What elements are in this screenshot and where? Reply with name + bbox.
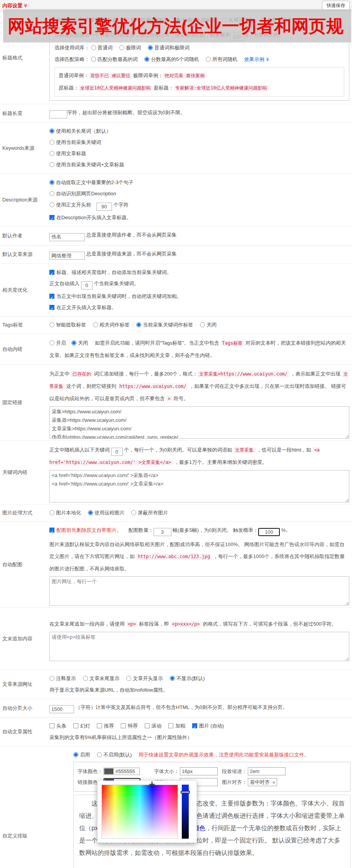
radio-innerlink-off[interactable]: 关闭	[71, 340, 88, 346]
radio-layout-disable[interactable]: 不启用(默认)	[97, 752, 132, 758]
radio-innerlink-on[interactable]: 开启	[49, 340, 66, 346]
radio-icon	[49, 340, 54, 345]
checkbox-attr-image[interactable]: 图片 (自动)	[192, 723, 224, 729]
radio-lexicon-normal[interactable]: 普通词	[91, 45, 113, 51]
indent-input[interactable]	[248, 767, 286, 775]
radio-image-localize[interactable]: 图片本地化	[49, 510, 81, 516]
checkbox-icon-checked	[49, 528, 54, 533]
image-probability-input[interactable]	[258, 528, 280, 536]
row-label-title-length: 标题长度	[0, 110, 49, 117]
article-attrs-note: 采集到的文章有5%机率获得以上所选属性之一（图片属性除外）	[49, 733, 349, 742]
checkbox-attr-headline[interactable]: 头条	[49, 723, 66, 729]
lexicon-line: 选择使用词库： 普通词 极限词 普通词和极限词	[54, 43, 344, 52]
saturation-gradient-area[interactable]	[102, 785, 178, 839]
tags-code-chip: Tags标签	[220, 340, 244, 346]
custom-layout-toggle: 启用 不启用(默认) 用于快速设置文章的外观显示效果，注意使用此功能需安装最新版…	[73, 750, 350, 760]
radio-srcurl-end[interactable]: 文章末尾显示	[83, 675, 120, 681]
checkbox-relevance-add-keyword[interactable]: 标题、描述相关度低时，自动添加当前采集关键词。	[49, 269, 172, 275]
brightness-slider[interactable]	[182, 785, 189, 839]
keyword-insert-count-input[interactable]	[111, 448, 123, 456]
radio-icon-selected	[73, 752, 78, 757]
checkbox-attr-scroll[interactable]: 滚动	[145, 723, 162, 729]
radio-image-remote[interactable]: 使用远程图片	[88, 510, 125, 516]
font-size-input[interactable]	[180, 767, 218, 775]
image-urls-textarea[interactable]	[49, 576, 349, 606]
radio-icon	[91, 57, 96, 62]
radio-strategy-top5-random[interactable]: 分数最高的5个词随机	[144, 56, 199, 62]
row-label-author: 默认作者	[0, 232, 49, 239]
radio-srcurl-start[interactable]: 文章开头显示	[126, 675, 163, 681]
radio-lexicon-extreme[interactable]: 极限词	[119, 45, 141, 51]
checkbox-attr-special[interactable]: 特荐	[121, 723, 138, 729]
checkbox-icon-checked	[49, 270, 54, 275]
fixed-links-desc: 为正文中 已存在的 词汇添加链接，每行一个，最多200个，格式：文章采集>htt…	[49, 368, 349, 405]
append-content-textarea[interactable]	[49, 632, 349, 661]
radio-tags-related[interactable]: 相关词作标签	[93, 322, 130, 328]
checkbox-icon	[49, 723, 54, 728]
original-title-example: 全球近10亿人受精神健康问题影响	[79, 85, 152, 91]
row-keywords-source: Keywords来源 使用相关长尾词（默认） 使用当前采集关键词 使用文章标题 …	[0, 123, 352, 174]
default-source-input[interactable]	[49, 252, 85, 260]
radio-icon-selected	[170, 676, 175, 681]
section-title[interactable]: 内容设置≫	[2, 2, 27, 9]
checkbox-attr-bold[interactable]: 加粗	[168, 723, 185, 729]
row-tags: Tags标签 智能提取标签 相关词作标签 当前采集关键词作标签 关闭	[0, 316, 352, 334]
radio-kw-current[interactable]: 使用当前采集关键词	[49, 139, 101, 145]
desc-chars-input[interactable]	[96, 203, 112, 211]
row-article-attrs: 自动文章属性 头条 幻灯 推荐 特荐 滚动 加粗 图片 (自动) 采集到的文章有…	[0, 717, 352, 746]
checkbox-relevance-bold-keyword[interactable]: 当正文中出现当前采集关键词时，自动把该关键词加粗。	[49, 293, 182, 299]
row-default-author: 默认作者 总是直接使用该作者，而不会从网页采集	[0, 227, 352, 245]
checkbox-remove-original-images[interactable]: 配图前先删除原文自带图片。	[49, 527, 122, 533]
append-desc: 在文章末尾追加一段内容，请使用 <p> 标签段落，即 <p>xxx</p> 的格…	[49, 618, 349, 630]
radio-kw-article-title[interactable]: 使用文章标题	[49, 151, 86, 156]
color-picker-popup: +	[97, 780, 197, 843]
radio-kw-longtail[interactable]: 使用相关长尾词（默认）	[49, 128, 111, 134]
font-color-picker[interactable]: #555555	[103, 768, 140, 775]
keyword-innerlink-textarea[interactable]: <a href='https://www.ucaiyun.com/' >采集器<…	[49, 470, 349, 503]
pagination-size-input[interactable]	[49, 705, 74, 713]
radio-strategy-all-random[interactable]: 所有词随机	[206, 56, 237, 62]
image-count-input[interactable]	[154, 528, 171, 536]
fixed-links-textarea[interactable]: 采集>https://www.ucaiyun.com/ 采集器>https://…	[49, 406, 349, 439]
keyword-innerlink-desc: 正文中随机插入以下关键词 个，每行一个，为0则关闭。可以是单独的词语如 文章采集…	[49, 444, 349, 469]
slider-handle[interactable]	[181, 791, 190, 794]
row-auto-innerlink: 自动内链 开启关闭 如需开启此功能，请同时开启“Tags标签”。当正文中包含 T…	[0, 334, 352, 365]
radio-icon	[119, 45, 124, 50]
checkbox-relevance-insert-title[interactable]: 在正文开头插入文章标题。	[49, 305, 117, 310]
effect-example-link[interactable]: 效果示例≫	[244, 56, 269, 62]
image-align-select[interactable]: 居中对齐∨	[248, 778, 277, 786]
radio-icon	[97, 752, 102, 757]
source-url-note: 用于显示文章的采集来源URL，自动加nofollow属性。	[49, 685, 349, 695]
radio-srcurl-comment[interactable]: 注释显示	[49, 675, 76, 681]
checkbox-icon	[73, 723, 78, 728]
radio-strategy-highest[interactable]: 匹配分数最高的词	[91, 56, 138, 62]
radio-icon	[49, 191, 54, 196]
example-box: 普通词举例：震惊不已 难以置信 极限词举例：绝对完美 最佳案例 原标题：全球近1…	[54, 67, 344, 96]
relevance-insert-count-input[interactable]	[81, 281, 93, 289]
radio-tags-current-keyword[interactable]: 当前采集关键词作标签	[136, 322, 193, 328]
radio-icon	[83, 676, 88, 681]
radio-tags-smart[interactable]: 智能提取标签	[49, 322, 86, 328]
radio-desc-original[interactable]: 自动识别原网页Description	[49, 191, 116, 196]
radio-lexicon-both[interactable]: 普通词和极限词	[148, 45, 190, 51]
checkbox-icon-checked	[49, 305, 54, 310]
radio-desc-auto-extract[interactable]: 自动提取正文中最重要的2-3个句子	[49, 179, 134, 185]
radio-srcurl-hidden[interactable]: 不显示(默认)	[170, 675, 205, 681]
radio-icon	[49, 510, 54, 515]
new-title-example: 专家解读:全球近10亿人受精神健康问题影响	[174, 85, 269, 91]
title-length-input[interactable]	[49, 110, 67, 118]
row-label-keyword-innerlink: 关键词内链	[0, 469, 49, 476]
checkbox-attr-recommend[interactable]: 推荐	[97, 723, 114, 729]
checkbox-desc-insert-title[interactable]: 在Description开头插入文章标题。	[49, 215, 132, 220]
radio-icon-selected	[144, 57, 149, 62]
checkbox-icon	[121, 723, 126, 728]
radio-image-block[interactable]: 屏蔽所有图片	[131, 510, 168, 516]
radio-icon	[131, 510, 136, 515]
font-color-value: #555555	[113, 768, 139, 774]
radio-kw-current-plus-title[interactable]: 使用当前采集关键词+文章标题	[49, 162, 124, 168]
checkbox-attr-slide[interactable]: 幻灯	[73, 723, 90, 729]
radio-desc-first-chars[interactable]: 使用正文开头前	[49, 202, 91, 208]
radio-layout-enable[interactable]: 启用	[73, 752, 90, 758]
default-author-input[interactable]	[49, 233, 85, 241]
radio-tags-off[interactable]: 关闭	[200, 322, 217, 328]
